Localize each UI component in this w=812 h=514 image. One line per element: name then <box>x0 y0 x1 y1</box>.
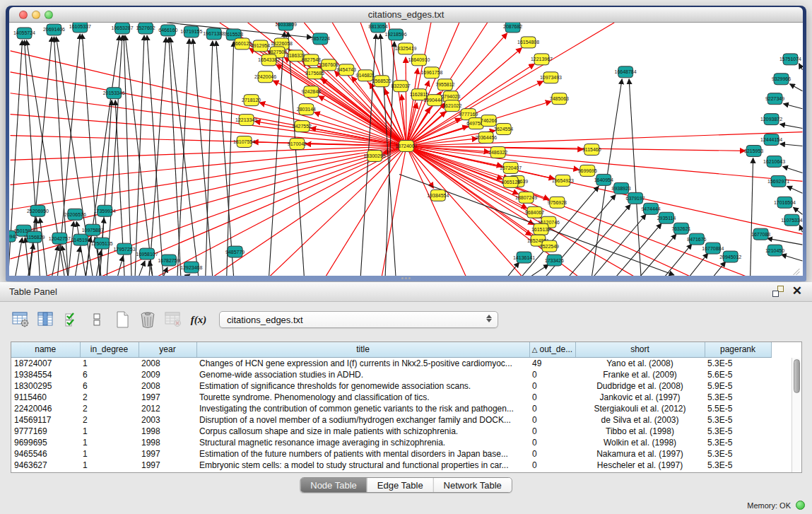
network-node[interactable]: 7486322 <box>488 147 507 158</box>
network-node[interactable]: 8454743 <box>337 64 356 76</box>
citation-edge[interactable] <box>751 158 753 276</box>
network-node[interactable]: 12444154 <box>760 134 782 146</box>
network-node[interactable]: 7632621 <box>671 223 690 234</box>
network-node[interactable]: 19654923 <box>552 175 574 186</box>
table-row[interactable]: 946554611997Estimation of the future num… <box>11 448 771 460</box>
network-node[interactable]: 16210643 <box>763 156 785 167</box>
network-node[interactable]: 9756928 <box>548 197 567 208</box>
citation-edge-selected[interactable] <box>406 132 802 146</box>
split-pane-grip[interactable] <box>400 277 411 281</box>
network-node[interactable]: 15720407 <box>500 162 522 173</box>
table-row[interactable]: 1938455462009Genome-wide association stu… <box>11 369 771 380</box>
citation-edge[interactable] <box>186 274 190 276</box>
column-header-title[interactable]: title <box>196 342 529 357</box>
citation-edge[interactable] <box>139 261 145 276</box>
network-node[interactable]: 6466160 <box>158 25 177 36</box>
citation-edge[interactable] <box>507 262 519 276</box>
citation-edge[interactable] <box>689 253 708 276</box>
network-node[interactable]: 1568520 <box>372 76 392 87</box>
network-node[interactable]: 2803144 <box>297 104 316 115</box>
network-node[interactable]: 1065128 <box>501 176 520 187</box>
citation-edge[interactable] <box>629 79 641 276</box>
citation-edge[interactable] <box>780 124 803 129</box>
network-node[interactable]: 16105337 <box>69 23 91 33</box>
citation-edge[interactable] <box>25 238 30 276</box>
network-node[interactable]: 12093872 <box>760 114 782 125</box>
network-node[interactable]: 11156829 <box>23 231 45 243</box>
network-node[interactable]: 25206950 <box>27 205 49 216</box>
citation-edge[interactable] <box>783 166 803 173</box>
network-node[interactable]: 1621022 <box>442 100 461 112</box>
citation-edge[interactable] <box>799 225 802 232</box>
citation-edge-selected[interactable] <box>11 93 406 146</box>
network-node[interactable]: 2718120 <box>242 95 261 106</box>
network-node[interactable]: 9474444 <box>641 203 660 214</box>
vertical-scrollbar[interactable] <box>792 358 801 472</box>
canvas-resize-grip[interactable] <box>793 269 799 275</box>
column-header-short[interactable]: short <box>575 342 705 357</box>
network-node[interactable]: 19671388 <box>203 28 225 40</box>
citation-edge[interactable] <box>149 37 166 276</box>
citation-edge[interactable] <box>177 39 189 276</box>
network-node[interactable]: 9684067 <box>525 206 544 218</box>
citation-edge-selected[interactable] <box>406 57 406 146</box>
network-node[interactable]: 7857224 <box>311 33 330 45</box>
network-canvas[interactable]: 1872400714055724206914061610533710653287… <box>9 23 803 276</box>
table-source-select[interactable]: citations_edges.txt <box>219 311 498 328</box>
network-node[interactable]: 8813054 <box>369 23 388 33</box>
citation-edge[interactable] <box>193 39 213 276</box>
network-node[interactable]: 15751074 <box>779 54 801 65</box>
network-node[interactable]: 8427552 <box>293 121 312 132</box>
network-node[interactable]: 16770884 <box>702 243 724 254</box>
network-node[interactable]: 16154808 <box>517 37 539 48</box>
network-node[interactable]: 12213967 <box>531 54 553 65</box>
citation-edge[interactable] <box>568 204 630 276</box>
citation-edge[interactable] <box>767 238 803 245</box>
network-node[interactable]: 18640910 <box>408 54 430 66</box>
network-node[interactable]: 10653287 <box>112 23 134 34</box>
table-row[interactable]: 946362711997Embryonic stem cells: a mode… <box>11 460 771 471</box>
network-node[interactable]: 8215953 <box>744 146 763 157</box>
network-node[interactable]: 9329966 <box>772 74 791 85</box>
column-header-pagerank[interactable]: pagerank <box>705 342 771 357</box>
column-header-year[interactable]: year <box>139 342 196 357</box>
network-node[interactable]: 16958107 <box>136 248 158 259</box>
network-node[interactable]: 2087682 <box>503 23 522 33</box>
network-node[interactable]: 18107554 <box>233 136 255 148</box>
citation-edge[interactable] <box>216 41 234 276</box>
citation-edge[interactable] <box>713 262 726 276</box>
float-panel-icon[interactable] <box>772 286 784 297</box>
network-node[interactable]: 16033809 <box>275 23 297 30</box>
network-node[interactable]: 6379197 <box>626 192 645 204</box>
network-node[interactable]: 746266 <box>481 115 497 127</box>
network-node[interactable]: 17016504 <box>774 197 796 208</box>
network-node[interactable]: 2367608 <box>319 59 339 71</box>
citation-edge[interactable] <box>52 245 58 276</box>
network-node[interactable]: 2522549 <box>540 240 559 252</box>
table-row[interactable]: 1830029562008Estimation of significance … <box>11 380 771 392</box>
citation-edge[interactable] <box>780 144 803 146</box>
network-node[interactable]: 1145194 <box>71 234 90 245</box>
network-node[interactable]: 14055724 <box>13 28 35 39</box>
table-row[interactable]: 1456911722003Disruption of a novel membe… <box>11 414 771 426</box>
network-node[interactable]: 7485063 <box>550 93 569 105</box>
window-titlebar[interactable]: citations_edges.txt <box>9 7 803 23</box>
network-node[interactable]: 7955812 <box>435 79 454 90</box>
table-mode-button[interactable] <box>10 309 31 330</box>
network-node[interactable]: 16648784 <box>615 66 637 78</box>
table-row[interactable]: 1872400712008Changes of HCN gene express… <box>11 357 771 369</box>
create-column-button[interactable] <box>112 309 133 330</box>
network-node[interactable]: 9115460 <box>582 144 601 156</box>
network-node[interactable]: 20691406 <box>43 24 65 35</box>
citation-edge[interactable] <box>793 207 802 214</box>
network-node[interactable]: 20153346 <box>103 88 125 99</box>
network-node[interactable]: 12923468 <box>180 262 202 273</box>
network-node[interactable]: 8322037 <box>391 81 410 92</box>
citation-edge[interactable] <box>206 41 213 276</box>
network-node[interactable]: 20945012 <box>719 251 741 262</box>
network-node[interactable]: 9827548 <box>302 54 321 66</box>
table-row[interactable]: 911546021997Tourette syndrome. Phenomeno… <box>11 392 771 403</box>
network-node[interactable]: 16782759 <box>158 255 180 266</box>
minimize-window-button[interactable] <box>32 11 40 19</box>
network-node[interactable]: 8471676 <box>687 233 706 245</box>
